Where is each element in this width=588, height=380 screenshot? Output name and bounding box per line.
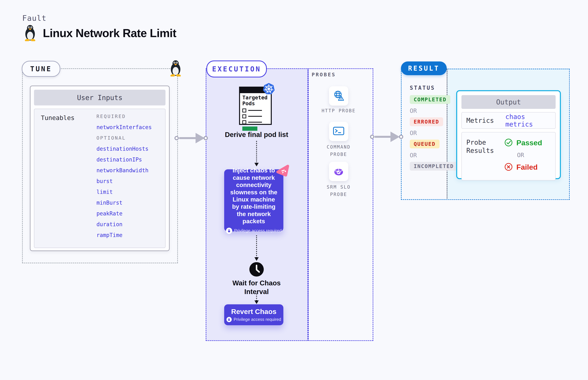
- revert-chaos-text: Revert Chaos: [231, 308, 276, 316]
- privilege-note-text: Privilege access required: [234, 228, 282, 233]
- passed-label: Passed: [516, 139, 542, 147]
- derive-pod-list-step: Derive final pod list: [222, 131, 291, 139]
- linux-penguin-icon: [23, 24, 37, 42]
- connector-node: [399, 135, 403, 139]
- srm-slo-probe-card: [329, 162, 348, 181]
- metrics-row: Metrics chaos metrics: [461, 112, 556, 129]
- output-header: Output: [461, 95, 556, 109]
- execution-section-label: EXECUTION: [212, 65, 261, 73]
- inject-chaos-text: Inject chaos to cause network connectivi…: [228, 167, 279, 225]
- revert-chaos-step: Revert Chaos Privilege access required: [224, 304, 283, 325]
- targeted-pods-title: Targeted Pods: [242, 95, 269, 107]
- user-inputs-header: User Inputs: [34, 90, 165, 105]
- or-label: OR: [517, 152, 542, 158]
- status-badge-queued: QUEUED: [410, 140, 440, 148]
- tuneables-panel: Tuneables REQUIREDnetworkInterfacesOPTIO…: [34, 109, 165, 248]
- fault-kicker: Fault: [22, 14, 46, 22]
- tuneables-label: Tuneables: [41, 114, 75, 121]
- output-card: Output Metrics chaos metrics Probe Resul…: [456, 90, 561, 179]
- execution-section-pill: EXECUTION: [206, 60, 267, 77]
- or-label: OR: [410, 148, 417, 162]
- connector-node: [175, 136, 179, 140]
- flow-arrow-down: [256, 235, 257, 260]
- status-label: STATUS: [410, 85, 435, 91]
- status-badge-errored: ERRORED: [410, 117, 443, 126]
- flow-arrow-down: [256, 141, 257, 165]
- tuneables-list: REQUIREDnetworkInterfacesOPTIONALdestina…: [97, 111, 152, 240]
- fault-diagram: Fault Linux Network Rate Limit TUNE: [0, 0, 588, 380]
- probe-results-row: Probe Results Passed OR: [461, 132, 556, 180]
- privilege-note: Privilege access required: [226, 317, 281, 322]
- failed-label: Failed: [516, 163, 538, 171]
- tuneable-field-link[interactable]: peakRate: [97, 208, 152, 219]
- probe-results-label: Probe Results: [466, 138, 501, 155]
- kubernetes-icon: [263, 83, 275, 95]
- http-probe-label: HTTP PROBE: [318, 107, 359, 114]
- pod-progress-bar: [242, 127, 257, 131]
- tuneable-field-link[interactable]: destinationHosts: [97, 143, 152, 154]
- privilege-note: Privilege access required: [226, 228, 282, 234]
- lock-icon: [226, 317, 232, 322]
- terminal-icon: [333, 126, 344, 136]
- lock-icon: [226, 228, 232, 234]
- status-badge-incompleted: INCOMPLETED: [410, 162, 458, 171]
- command-probe-label: COMMAND PROBE: [318, 144, 359, 158]
- tuneable-field-link[interactable]: networkInterfaces: [97, 122, 152, 133]
- metrics-value-link[interactable]: chaos metrics: [505, 113, 551, 128]
- or-label: OR: [410, 104, 417, 117]
- clock-icon: [249, 262, 264, 277]
- probes-section-label: PROBES: [312, 72, 336, 77]
- required-group-label: REQUIRED: [97, 111, 152, 122]
- optional-group-label: OPTIONAL: [97, 133, 152, 143]
- tuneable-field-link[interactable]: limit: [97, 187, 152, 197]
- tuneable-field-link[interactable]: destinationIPs: [97, 154, 152, 165]
- result-section-pill: RESULT: [401, 61, 447, 75]
- chaos-fault-icon: [276, 164, 290, 177]
- pod-list-row: [242, 120, 269, 124]
- status-list: COMPLETEDORERROREDORQUEUEDORINCOMPLETED: [410, 95, 458, 171]
- tuneable-field-link[interactable]: rampTime: [97, 230, 152, 240]
- page-title: Linux Network Rate Limit: [43, 27, 176, 40]
- page-header: Linux Network Rate Limit: [23, 24, 176, 42]
- srm-slo-probe-label: SRM SLO PROBE: [318, 184, 359, 198]
- linux-penguin-icon-tune: [168, 60, 183, 77]
- privilege-note-text: Privilege access required: [234, 317, 281, 322]
- connector-node: [370, 135, 374, 139]
- command-probe-card: [329, 122, 348, 141]
- tuneable-field-link[interactable]: networkBandwidth: [97, 165, 152, 176]
- flow-arrow-down: [256, 294, 257, 303]
- pod-list-row: [242, 109, 269, 113]
- status-badge-completed: COMPLETED: [410, 95, 450, 104]
- connector-node: [204, 136, 208, 140]
- x-circle-icon: [504, 163, 513, 172]
- tuneable-field-link[interactable]: burst: [97, 176, 152, 187]
- user-inputs-card: User Inputs Tuneables REQUIREDnetworkInt…: [30, 86, 170, 251]
- or-label: OR: [410, 126, 417, 140]
- tuneable-field-link[interactable]: minBurst: [97, 197, 152, 208]
- slo-donut-icon: [333, 165, 345, 177]
- check-circle-icon: [504, 138, 513, 147]
- tuneable-field-link[interactable]: duration: [97, 219, 152, 230]
- http-probe-card: [329, 86, 348, 106]
- inject-chaos-step: Inject chaos to cause network connectivi…: [224, 169, 283, 231]
- tune-section-pill: TUNE: [22, 61, 60, 77]
- result-section-label: RESULT: [408, 65, 440, 72]
- probe-failed-item: Failed: [504, 163, 542, 172]
- probe-passed-item: Passed: [504, 138, 542, 147]
- pod-list-row: [242, 114, 269, 118]
- metrics-label: Metrics: [466, 116, 494, 125]
- globe-warning-icon: [333, 90, 345, 102]
- tune-section-label: TUNE: [30, 65, 52, 73]
